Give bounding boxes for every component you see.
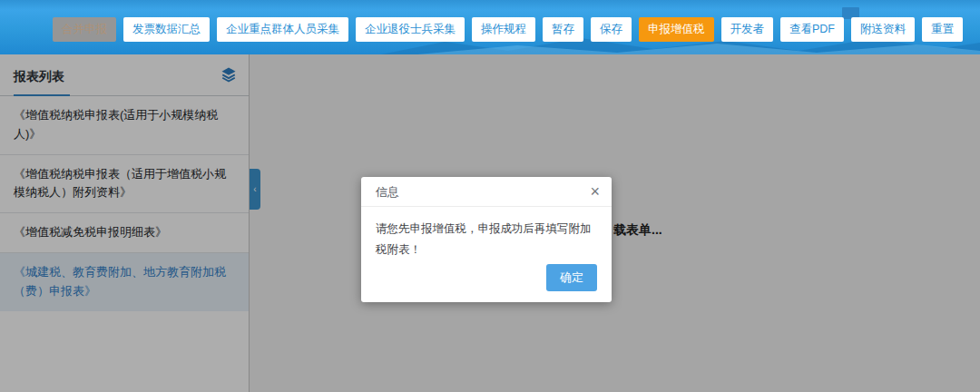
dialog-message: 请您先申报增值税，申报成功后再填写附加税附表！ xyxy=(361,207,612,260)
reset-button[interactable]: 重置 xyxy=(922,17,963,42)
toolbar: 合并申报 发票数据汇总 企业重点群体人员采集 企业退役士兵采集 操作规程 暂存 … xyxy=(53,17,963,42)
merge-declaration-button[interactable]: 合并申报 xyxy=(53,17,116,42)
developer-button[interactable]: 开发者 xyxy=(721,17,774,42)
declare-vat-button[interactable]: 申报增值税 xyxy=(639,17,714,42)
loading-form-text: 载表单... xyxy=(613,222,662,239)
temp-save-button[interactable]: 暂存 xyxy=(543,17,583,42)
key-group-personnel-collection-button[interactable]: 企业重点群体人员采集 xyxy=(217,17,348,42)
top-header: 合并申报 发票数据汇总 企业重点群体人员采集 企业退役士兵采集 操作规程 暂存 … xyxy=(0,0,980,54)
attachments-button[interactable]: 附送资料 xyxy=(851,17,915,42)
view-pdf-button[interactable]: 查看PDF xyxy=(780,17,844,42)
dialog-header: 信息 × xyxy=(361,177,612,207)
dialog-footer: 确定 xyxy=(546,264,597,291)
confirm-button[interactable]: 确定 xyxy=(546,264,597,291)
save-button[interactable]: 保存 xyxy=(591,17,632,42)
info-dialog: 信息 × 请您先申报增值税，申报成功后再填写附加税附表！ 确定 xyxy=(361,177,612,302)
invoice-data-summary-button[interactable]: 发票数据汇总 xyxy=(123,17,210,42)
dialog-title: 信息 xyxy=(376,185,399,199)
close-icon[interactable]: × xyxy=(588,177,602,206)
veteran-soldier-collection-button[interactable]: 企业退役士兵采集 xyxy=(356,17,465,42)
operation-guide-button[interactable]: 操作规程 xyxy=(472,17,535,42)
